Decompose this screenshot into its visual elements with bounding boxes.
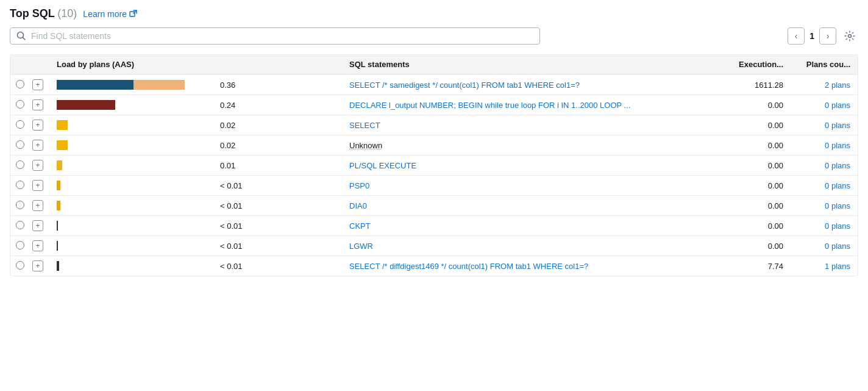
bar-cell-9: < 0.01 xyxy=(57,241,335,251)
execution-value-6: 0.00 xyxy=(768,181,783,190)
plans-link-5[interactable]: 0 plans xyxy=(825,161,850,170)
bar-value-7: < 0.01 xyxy=(220,201,243,210)
bar-value-1: 0.36 xyxy=(220,81,242,90)
expand-button-10[interactable]: + xyxy=(32,260,43,271)
plans-link-10[interactable]: 1 plans xyxy=(825,262,850,271)
pagination-prev-button[interactable]: ‹ xyxy=(788,27,805,45)
table-row: +< 0.01CKPT0.000 plans xyxy=(10,216,858,236)
col-header-exec: Execution... xyxy=(711,55,791,74)
learn-more-link[interactable]: Learn more xyxy=(83,9,137,19)
col-header-expand xyxy=(30,55,49,74)
plans-link-9[interactable]: 0 plans xyxy=(825,242,850,251)
table-body: +0.36SELECT /* samedigest */ count(col1)… xyxy=(10,74,858,276)
bar-8 xyxy=(57,221,215,231)
table-container: Load by plans (AAS) SQL statements Execu… xyxy=(10,54,858,276)
plans-link-8[interactable]: 0 plans xyxy=(825,221,850,231)
bar-value-4: 0.02 xyxy=(220,141,242,150)
bar-value-10: < 0.01 xyxy=(220,262,243,271)
svg-line-3 xyxy=(23,38,26,40)
plans-link-2[interactable]: 0 plans xyxy=(825,101,850,110)
bar-3 xyxy=(57,120,215,130)
row-radio-4[interactable] xyxy=(16,140,24,149)
expand-button-7[interactable]: + xyxy=(32,200,43,211)
sql-link-1[interactable]: SELECT /* samedigest */ count(col1) FROM… xyxy=(349,81,580,90)
expand-button-8[interactable]: + xyxy=(32,220,43,231)
settings-button[interactable] xyxy=(841,27,858,45)
sql-link-10[interactable]: SELECT /* diffdigest1469 */ count(col1) … xyxy=(349,262,588,271)
bar-10 xyxy=(57,261,215,271)
page-container: Top SQL (10) Learn more ‹ 1 xyxy=(0,0,868,284)
row-radio-5[interactable] xyxy=(16,160,24,169)
page-title: Top SQL (10) xyxy=(10,7,77,20)
pagination-next-button[interactable]: › xyxy=(819,27,836,45)
expand-button-2[interactable]: + xyxy=(32,99,43,110)
bar-6 xyxy=(57,181,215,190)
bar-cell-6: < 0.01 xyxy=(57,181,335,190)
col-header-plans: Plans cou... xyxy=(791,55,858,74)
title-count: (10) xyxy=(57,7,77,20)
execution-value-4: 0.00 xyxy=(768,141,783,150)
row-radio-9[interactable] xyxy=(16,241,24,249)
expand-button-5[interactable]: + xyxy=(32,160,43,171)
bar-cell-7: < 0.01 xyxy=(57,201,335,210)
plans-link-7[interactable]: 0 plans xyxy=(825,201,850,210)
bar-cell-8: < 0.01 xyxy=(57,221,335,231)
expand-button-1[interactable]: + xyxy=(32,79,43,90)
execution-value-2: 0.00 xyxy=(768,101,783,110)
plans-link-1[interactable]: 2 plans xyxy=(825,81,850,90)
search-input[interactable] xyxy=(31,31,533,41)
sql-link-7[interactable]: DIA0 xyxy=(349,201,367,210)
expand-button-4[interactable]: + xyxy=(32,140,43,151)
sql-link-6[interactable]: PSP0 xyxy=(349,181,369,190)
table-row: +0.01PL/SQL EXECUTE0.000 plans xyxy=(10,156,858,176)
bar-cell-1: 0.36 xyxy=(57,80,335,90)
bar-cell-5: 0.01 xyxy=(57,160,335,170)
bar-cell-4: 0.02 xyxy=(57,140,335,150)
table-row: +0.24DECLARE l_output NUMBER; BEGIN whil… xyxy=(10,95,858,115)
bar-1 xyxy=(57,80,215,90)
table-row: +< 0.01LGWR0.000 plans xyxy=(10,236,858,256)
search-and-pagination: ‹ 1 › xyxy=(10,27,858,45)
expand-button-3[interactable]: + xyxy=(32,120,43,131)
plans-link-4[interactable]: 0 plans xyxy=(825,141,850,150)
table-row: +0.02SELECT0.000 plans xyxy=(10,115,858,135)
row-radio-8[interactable] xyxy=(16,221,24,229)
table-row: +< 0.01SELECT /* diffdigest1469 */ count… xyxy=(10,256,858,276)
bar-value-2: 0.24 xyxy=(220,101,242,110)
row-radio-10[interactable] xyxy=(16,261,24,270)
plans-link-6[interactable]: 0 plans xyxy=(825,181,850,190)
col-header-sql: SQL statements xyxy=(342,55,711,74)
gear-icon xyxy=(844,30,855,41)
col-header-radio xyxy=(10,55,30,74)
table-row: +< 0.01PSP00.000 plans xyxy=(10,176,858,196)
execution-value-8: 0.00 xyxy=(768,221,783,231)
title-text: Top SQL xyxy=(10,7,54,20)
bar-9 xyxy=(57,241,215,251)
expand-button-9[interactable]: + xyxy=(32,240,43,251)
execution-value-3: 0.00 xyxy=(768,121,783,130)
expand-button-6[interactable]: + xyxy=(32,180,43,191)
col-header-load: Load by plans (AAS) xyxy=(49,55,342,74)
pagination-controls: ‹ 1 › xyxy=(788,27,858,45)
sql-link-2[interactable]: DECLARE l_output NUMBER; BEGIN while tru… xyxy=(349,101,630,110)
sql-link-9[interactable]: LGWR xyxy=(349,242,373,251)
top-sql-table: Load by plans (AAS) SQL statements Execu… xyxy=(10,55,858,276)
row-radio-7[interactable] xyxy=(16,201,24,209)
sql-link-8[interactable]: CKPT xyxy=(349,221,371,231)
bar-7 xyxy=(57,201,215,210)
row-radio-3[interactable] xyxy=(16,120,24,129)
row-radio-6[interactable] xyxy=(16,181,24,189)
bar-4 xyxy=(57,140,215,150)
plans-link-3[interactable]: 0 plans xyxy=(825,121,850,130)
table-header-row: Load by plans (AAS) SQL statements Execu… xyxy=(10,55,858,74)
table-row: +< 0.01DIA00.000 plans xyxy=(10,196,858,216)
bar-2 xyxy=(57,100,215,110)
bar-value-8: < 0.01 xyxy=(220,221,243,231)
learn-more-label: Learn more xyxy=(83,9,127,19)
sql-link-5[interactable]: PL/SQL EXECUTE xyxy=(349,161,416,170)
row-radio-2[interactable] xyxy=(16,100,24,109)
row-radio-1[interactable] xyxy=(16,80,24,88)
sql-link-3[interactable]: SELECT xyxy=(349,121,380,130)
table-row: +0.02Unknown0.000 plans xyxy=(10,135,858,156)
bar-value-9: < 0.01 xyxy=(220,242,243,251)
